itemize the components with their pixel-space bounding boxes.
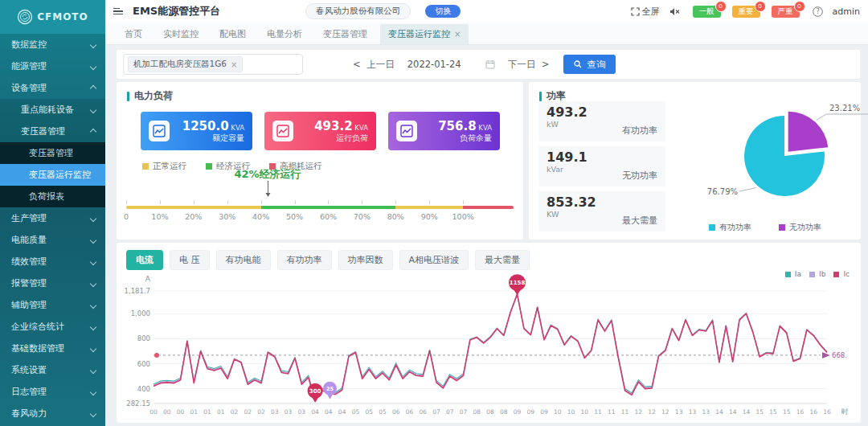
pie-legend-item[interactable]: 有功功率 (709, 222, 751, 233)
switch-company-button[interactable]: 切换 (425, 5, 461, 18)
gauge-tick-label: 30% (219, 212, 235, 221)
sidebar-item[interactable]: 生产管理 (0, 207, 105, 229)
prev-day-button[interactable]: < 上一日 (353, 59, 395, 71)
gauge-tick (295, 200, 296, 204)
sidebar-item-label: 企业综合统计 (11, 321, 64, 333)
svg-text:01: 01 (190, 408, 199, 416)
device-select[interactable]: 机加工配电房变压器1G6 × (123, 54, 303, 75)
chevron-up-icon (90, 84, 96, 91)
tab-item[interactable]: 首页 (117, 24, 150, 44)
help-button[interactable]: ? (813, 6, 823, 17)
calendar-icon (485, 59, 495, 69)
chart-pictogram-icon (396, 121, 417, 141)
chevron-up-icon (90, 128, 96, 134)
sidebar-item-label: 重点能耗设备 (21, 104, 74, 116)
chart-tab[interactable]: 功率因数 (338, 250, 393, 270)
fullscreen-icon (631, 7, 640, 16)
sidebar-item[interactable]: 报警管理 (0, 272, 105, 294)
load-stat-card: 493.2 KVA运行负荷 (264, 112, 376, 150)
sidebar-item-label: 设备管理 (11, 82, 47, 94)
title-accent (127, 92, 129, 101)
alarm-level-button[interactable]: 重要0 (732, 6, 760, 18)
app-root: CFMOTO 数据监控能源管理设备管理重点能耗设备变压器管理变压器管理变压器运行… (0, 0, 868, 426)
sidebar-item[interactable]: 辅助管理 (0, 294, 105, 316)
svg-text:04: 04 (338, 408, 346, 416)
collapse-menu-icon[interactable] (113, 8, 123, 15)
sidebar-item[interactable]: 春风动力 (0, 403, 105, 424)
date-picker[interactable]: 2022-01-24 (407, 59, 495, 70)
gauge-marker-arrowhead (266, 193, 271, 199)
pie-legend-item[interactable]: 无功功率 (779, 222, 821, 233)
tab-label: 实时监控 (163, 28, 199, 40)
svg-text:03: 03 (285, 408, 293, 416)
svg-text:时: 时 (841, 408, 849, 416)
svg-text:03: 03 (271, 408, 279, 416)
svg-text:04: 04 (325, 408, 333, 416)
load-card-unit: KVA (477, 124, 492, 132)
sidebar-item[interactable]: 企业综合统计 (0, 316, 105, 338)
svg-text:16: 16 (796, 408, 805, 416)
sidebar-item[interactable]: 负荷报表 (0, 186, 105, 207)
svg-text:07: 07 (460, 408, 468, 416)
tab-item[interactable]: 变压器运行监控× (380, 24, 469, 44)
chart-tab[interactable]: 电流 (126, 250, 163, 270)
chart-tab[interactable]: 最大需量 (475, 250, 530, 270)
tab-label: 电量分析 (267, 28, 302, 40)
sidebar-item-label: 变压器管理 (21, 125, 65, 137)
tag-remove-icon[interactable]: × (231, 60, 237, 69)
sidebar-item[interactable]: 系统设置 (0, 359, 105, 381)
search-icon (574, 60, 582, 68)
svg-text:668.: 668. (832, 351, 847, 359)
chart-tab[interactable]: 有功功率 (277, 250, 332, 270)
load-stat-card: 1250.0 KVA额定容量 (141, 112, 252, 150)
app-title: EMS能源管控平台 (133, 4, 220, 18)
search-button[interactable]: 查询 (563, 55, 616, 74)
company-selector[interactable]: 春风动力股份有限公司 (305, 3, 411, 19)
sidebar-item[interactable]: 变压器管理 (0, 142, 105, 164)
chart-tabs: 电流电 压有功电能有功功率功率因数A相电压谐波最大需量 (117, 243, 861, 270)
svg-text:800: 800 (137, 334, 150, 342)
svg-text:06: 06 (406, 408, 414, 416)
sidebar-item[interactable]: 设备管理 (0, 77, 105, 99)
gauge-tick-label: 70% (354, 212, 371, 221)
next-day-button[interactable]: 下一日 > (508, 59, 550, 71)
svg-text:08: 08 (473, 408, 481, 416)
gauge-tick (194, 200, 194, 204)
sidebar-item[interactable]: 日志管理 (0, 381, 105, 403)
sidebar-item[interactable]: 能源管理 (0, 55, 105, 77)
mute-button[interactable] (669, 7, 680, 16)
power-stat-card: 853.32KW最大需量 (538, 191, 665, 231)
sidebar-item[interactable]: 变压器运行监控 (0, 164, 105, 186)
chart-tab[interactable]: A相电压谐波 (399, 250, 469, 270)
tab-label: 配电图 (219, 28, 246, 40)
fullscreen-button[interactable]: 全屏 (631, 6, 660, 18)
sidebar-item[interactable]: 基础数据管理 (0, 338, 105, 359)
sidebar-item[interactable]: 绩效管理 (0, 251, 105, 272)
svg-text:15: 15 (755, 408, 764, 416)
sidebar-item[interactable]: 变压器管理 (0, 121, 105, 142)
gauge-tick-label: 60% (320, 212, 337, 221)
chart-tab[interactable]: 电 压 (170, 250, 210, 270)
gauge-segment (463, 206, 514, 209)
alarm-level-button[interactable]: 一般0 (693, 6, 721, 18)
load-card-label: 负荷余量 (424, 133, 492, 143)
tab-item[interactable]: 变压器管理 (315, 24, 375, 44)
load-rate-gauge: 42%经济运行 010%20%30%40%50%60%70%80%90%100% (126, 167, 514, 236)
tab-close-icon[interactable]: × (454, 30, 461, 39)
gauge-segment (126, 206, 261, 209)
chevron-down-icon (90, 41, 96, 47)
sidebar-item[interactable]: 数据监控 (0, 34, 105, 55)
alarm-count-badge: 0 (715, 1, 727, 12)
tab-item[interactable]: 电量分析 (259, 24, 310, 44)
username[interactable]: admin (833, 6, 860, 17)
sidebar-item[interactable]: 重点能耗设备 (0, 99, 105, 121)
current-line-chart: 282.154006008001,0001,181.7A000000010101… (120, 273, 856, 421)
sidebar-item[interactable]: 电能质量 (0, 229, 105, 251)
alarm-level-button[interactable]: 严重0 (772, 6, 800, 18)
chart-tab[interactable]: 有功电能 (216, 250, 271, 270)
pie-slice-reactive-power (788, 112, 829, 152)
load-card-label: 运行负荷 (300, 133, 368, 143)
tab-item[interactable]: 实时监控 (155, 24, 207, 44)
tab-item[interactable]: 配电图 (211, 24, 254, 44)
svg-text:11: 11 (608, 408, 616, 416)
